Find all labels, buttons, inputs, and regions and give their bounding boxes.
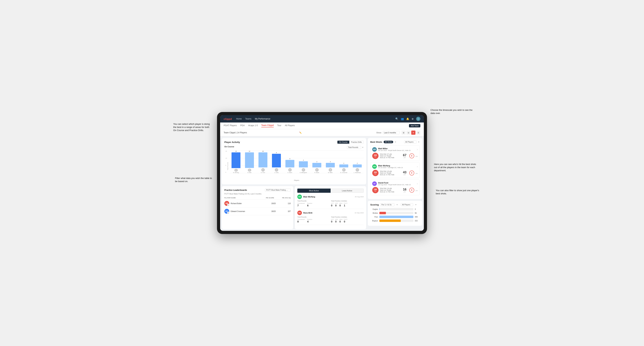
practice-row[interactable]: EC 2 Edward Crossman 18/20 107 <box>224 207 291 215</box>
bar-player-label: R. Butler <box>314 172 319 173</box>
shot-details: 198 SG Shot Dist: 16 ydsStart Lie: Rough… <box>372 187 418 193</box>
bar-group: 3 R R. Butler <box>310 151 323 173</box>
bell-icon[interactable]: 🔔 <box>406 117 409 120</box>
scoring-bar-row: Pars 499 <box>370 216 420 218</box>
bar-fill <box>299 161 308 168</box>
shot-item[interactable]: BM Blair McHarg 23 Jul 2023 · Ashridge G… <box>370 162 420 178</box>
bar-player-label: D. Ford <box>261 172 265 173</box>
practice-label: Practice <box>307 202 312 204</box>
shot-item[interactable]: MM Matt Miller 09 Jun 2023 · Royal North… <box>370 145 420 161</box>
tab-all-players[interactable]: All Players <box>285 124 295 127</box>
activity-date: 26 Aug 2023 <box>355 196 364 198</box>
bars-area: 13 B B. McHarg 12 R R. Britt 10 D D. For… <box>230 151 364 173</box>
activity-player-name: Blair McHarg <box>303 196 355 198</box>
y-axis-label: Total Rounds <box>227 162 228 170</box>
scoring-bar-wrap <box>380 208 413 210</box>
shot-metric-zero-val: 0 <box>411 189 412 191</box>
bar-fill <box>326 163 335 168</box>
main-content: Player Activity On Course Practice Drill… <box>220 136 424 231</box>
tab-tour[interactable]: Tour <box>277 124 281 127</box>
bar-group: 2 E E. Crossman <box>338 151 350 173</box>
zero-unit-label: yds <box>416 156 418 157</box>
practice-stat: Practice 4 <box>307 219 312 223</box>
show-dropdown[interactable]: Last 3 months <box>383 131 400 134</box>
shot-metric-zero-circle: 0 <box>409 188 414 192</box>
tab-most-active[interactable]: Most Active <box>297 188 330 193</box>
tournament-stat: Tournament 8 <box>297 219 305 223</box>
tab-hcaps[interactable]: Hcaps 1-5 <box>248 124 258 127</box>
edit-team-icon[interactable]: ✏️ <box>299 132 302 134</box>
activity-stats: Total Rounds Tournament 8 Practice 4 Tot… <box>297 216 364 223</box>
nav-link-home[interactable]: Home <box>236 118 242 120</box>
scoring-bars: Eagles 3 Birdies 96 Pars 499 Bogeys 315 <box>370 208 420 222</box>
practice-label: Practice <box>307 219 312 220</box>
shot-chevron-icon: › <box>417 165 418 168</box>
practice-table-header: PLAYER NAME PB SCORE PB AVG SQ <box>224 196 291 199</box>
practice-subtitle: PUTT Must Make Putting (3-6 ft), Last 3 … <box>224 193 291 195</box>
toggle-on-course[interactable]: On Course <box>338 141 349 144</box>
shot-metric-unit: yds <box>404 157 406 158</box>
scoring-header: Scoring Par 3, 4 & 5s ▼ All Players ▼ <box>370 203 420 206</box>
practice-activities-group: Total Practice Activities GTT 0 APP 0 AR… <box>331 216 364 223</box>
shot-badge-val: 200 <box>374 172 377 173</box>
practice-dropdown[interactable]: PUTT Must Make Putting ... <box>265 188 291 191</box>
shot-avatar: MM <box>372 147 377 152</box>
view-filter-btn[interactable]: ☰ <box>416 131 420 135</box>
practice-row[interactable]: RB 1 Richard Butler 19/20 110 <box>224 199 291 207</box>
view-heart-btn[interactable]: ♥ <box>411 131 416 135</box>
shot-metric-yds: 43 yds <box>402 171 408 175</box>
best-shots-players-dropdown[interactable]: All Players <box>404 141 416 144</box>
tab-team-clippd[interactable]: Team Clippd <box>261 124 274 127</box>
bar-fill <box>272 154 281 168</box>
activity-player-header: BM Blair McHarg 26 Aug 2023 <box>297 194 364 199</box>
add-team-button[interactable]: Add Team <box>409 124 420 127</box>
view-grid2-btn[interactable]: ⊟ <box>406 131 410 135</box>
gtt-label: GTT <box>331 202 334 204</box>
activity-avatar: RB <box>297 211 302 215</box>
view-grid4-btn[interactable]: ⊞ <box>402 131 406 135</box>
player-avatar: R <box>315 168 319 172</box>
y-label-15: 15 <box>226 151 227 152</box>
tab-pgat-players[interactable]: PGAT Players <box>224 124 237 127</box>
users-icon[interactable]: 👥 <box>401 117 404 120</box>
scoring-par-dropdown[interactable]: Par 3, 4 & 5s <box>380 203 394 206</box>
bar-group: 9 J J. Coles <box>270 151 283 173</box>
tab-all-shots[interactable]: All Shots <box>384 141 393 143</box>
tab-least-active[interactable]: Least Active <box>330 188 364 193</box>
scoring-bar-count: 96 <box>415 212 420 214</box>
arg-val: 0 <box>340 220 342 223</box>
scoring-players-dropdown[interactable]: All Players <box>401 203 413 206</box>
player-avatar: E <box>342 168 346 172</box>
nav-link-performance[interactable]: My Performance <box>255 118 270 120</box>
shot-player-meta: 24 Aug 2023 · Royal North Devon GC, Hole… <box>378 184 417 185</box>
dropdown-chevron-icon: ▼ <box>362 147 364 148</box>
par-dropdown-chevron-icon: ▼ <box>396 204 398 206</box>
avatar[interactable]: U <box>416 117 420 121</box>
zero-unit-label: yds <box>416 190 418 191</box>
practice-val: 6 <box>307 204 312 207</box>
scoring-bar-count: 499 <box>415 216 420 218</box>
practice-stat: Practice 6 <box>307 202 312 207</box>
nav-link-teams[interactable]: Teams <box>245 118 251 120</box>
scoring-players-chevron-icon: ▼ <box>415 204 417 206</box>
arg-label: ARG <box>340 219 342 220</box>
plus-circle-icon[interactable]: ⊕ <box>412 117 414 120</box>
toggle-practice-drills[interactable]: Practice Drills <box>349 141 364 144</box>
shot-player-info: Matt Miller 09 Jun 2023 · Royal North De… <box>378 148 417 151</box>
shot-item[interactable]: DF David Ford 24 Aug 2023 · Royal North … <box>370 179 420 195</box>
best-shots-title: Best Shots <box>370 141 382 143</box>
tab-pga[interactable]: PGA <box>240 124 245 127</box>
activity-date: 02 Sep 2023 <box>355 212 364 214</box>
bar-value-label: 9 <box>276 152 277 154</box>
shot-stat-line: Start Lie: Rough <box>380 172 400 174</box>
shot-metric-zero-circle: 0 <box>409 154 414 158</box>
shot-chevron-icon: › <box>417 148 418 151</box>
scoring-bar-label: Eagles <box>370 208 378 210</box>
shot-stat-line: Start Lie: Rough <box>380 155 400 157</box>
course-toggle-group: On Course Practice Drills <box>337 141 364 144</box>
total-rounds-dropdown[interactable]: Total Rounds <box>347 146 361 149</box>
shot-metric-value: 67 <box>403 154 406 157</box>
shot-details: 200 SG Shot Dist: 67 ydsStart Lie: Rough… <box>372 153 418 159</box>
player-avatar: M <box>329 168 332 172</box>
search-icon[interactable]: 🔍 <box>395 117 398 120</box>
